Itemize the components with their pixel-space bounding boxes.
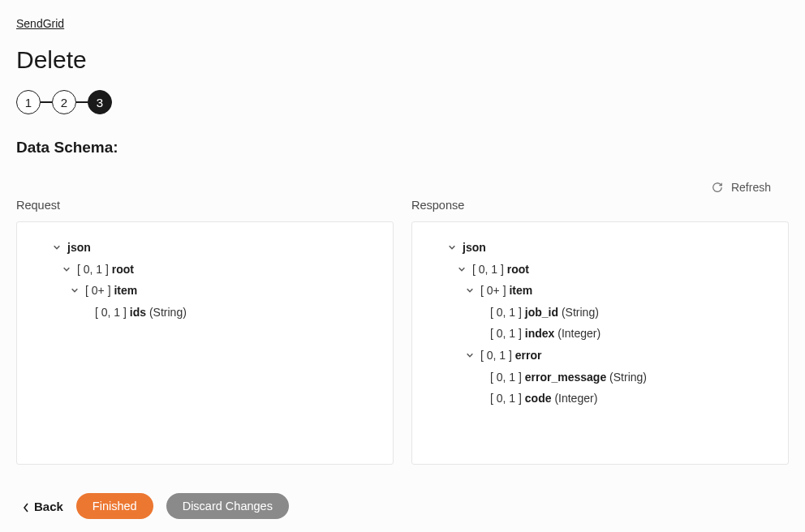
tree-node-label: [ 0+ ] item	[480, 280, 532, 302]
step-2[interactable]: 2	[52, 90, 76, 114]
tree-node-label: json	[67, 237, 91, 259]
tree-row: [ 0, 1 ] ids (String)	[28, 302, 381, 324]
tree-node-label: [ 0, 1 ] ids (String)	[95, 302, 187, 324]
chevron-down-icon[interactable]	[51, 242, 62, 253]
tree-row: [ 0, 1 ] root	[424, 259, 777, 281]
chevron-down-icon[interactable]	[464, 350, 476, 361]
step-connector	[41, 101, 52, 103]
chevron-down-icon[interactable]	[69, 285, 80, 296]
step-1[interactable]: 1	[16, 90, 41, 114]
breadcrumb[interactable]: SendGrid	[16, 17, 64, 30]
chevron-down-icon[interactable]	[456, 264, 467, 275]
response-panel: json[ 0, 1 ] root[ 0+ ] item[ 0, 1 ] job…	[411, 221, 789, 465]
tree-node-label: [ 0, 1 ] root	[77, 259, 134, 281]
tree-node-label: [ 0+ ] item	[85, 280, 137, 302]
discard-button[interactable]: Discard Changes	[166, 493, 289, 519]
back-button[interactable]: Back	[23, 500, 63, 513]
tree-row: [ 0+ ] item	[28, 280, 381, 302]
tree-row: [ 0, 1 ] index (Integer)	[424, 323, 777, 345]
request-panel: json[ 0, 1 ] root[ 0+ ] item[ 0, 1 ] ids…	[16, 221, 394, 465]
tree-row: [ 0, 1 ] code (Integer)	[424, 388, 777, 410]
refresh-button[interactable]: Refresh	[712, 181, 771, 194]
step-connector	[76, 101, 88, 103]
response-header: Response	[411, 199, 789, 212]
tree-row: json	[424, 237, 777, 259]
chevron-down-icon[interactable]	[446, 242, 458, 253]
tree-node-label: [ 0, 1 ] code (Integer)	[490, 388, 597, 410]
section-title: Data Schema:	[16, 139, 789, 157]
tree-node-label: json	[463, 237, 486, 259]
back-label: Back	[34, 500, 63, 513]
tree-row: [ 0, 1 ] job_id (String)	[424, 302, 777, 324]
chevron-down-icon[interactable]	[61, 264, 72, 275]
tree-row: [ 0, 1 ] error_message (String)	[424, 367, 777, 388]
chevron-left-icon	[23, 501, 29, 511]
tree-node-label: [ 0, 1 ] error	[480, 345, 542, 367]
tree-row: [ 0, 1 ] error	[424, 345, 777, 367]
finished-button[interactable]: Finished	[76, 493, 153, 519]
chevron-down-icon[interactable]	[464, 285, 476, 296]
tree-row: [ 0, 1 ] root	[28, 259, 381, 281]
refresh-icon	[712, 182, 723, 193]
tree-node-label: [ 0, 1 ] index (Integer)	[490, 323, 601, 345]
refresh-label: Refresh	[731, 181, 771, 194]
page-title: Delete	[16, 46, 789, 74]
tree-node-label: [ 0, 1 ] root	[472, 259, 529, 281]
request-header: Request	[16, 199, 394, 212]
stepper: 123	[16, 90, 789, 114]
tree-row: [ 0+ ] item	[424, 280, 777, 302]
step-3[interactable]: 3	[88, 90, 112, 114]
tree-node-label: [ 0, 1 ] error_message (String)	[490, 367, 647, 388]
tree-row: json	[28, 237, 381, 259]
tree-node-label: [ 0, 1 ] job_id (String)	[490, 302, 599, 324]
